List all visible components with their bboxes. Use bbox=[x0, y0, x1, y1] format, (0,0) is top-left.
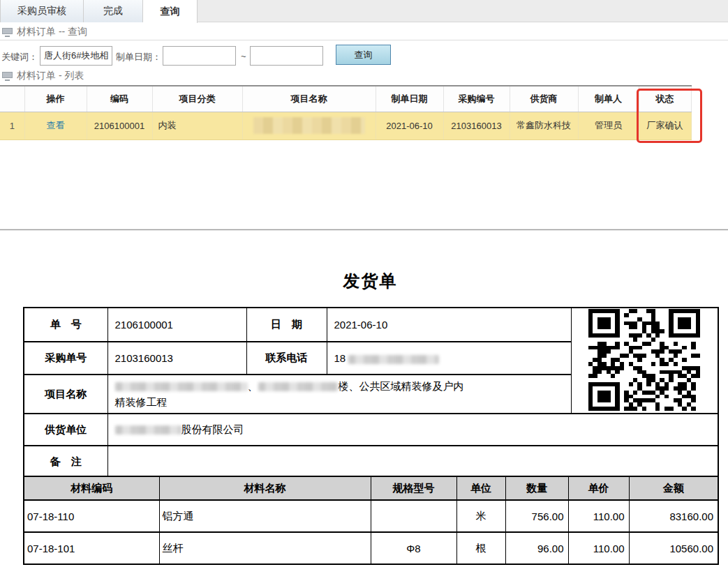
material-unit: 根 bbox=[456, 532, 505, 564]
mat-col-qty: 数量 bbox=[505, 476, 568, 500]
redacted-phone bbox=[348, 355, 439, 364]
supplier-visible-text: 股份有限公司 bbox=[181, 423, 244, 435]
redacted-project-part1 bbox=[115, 382, 248, 391]
purchase-no-cell: 2103160013 bbox=[443, 112, 510, 139]
qr-cell bbox=[571, 308, 718, 414]
material-spec bbox=[371, 500, 456, 532]
section-divider bbox=[0, 40, 728, 40]
tab-purchaser-review[interactable]: 采购员审核 bbox=[0, 0, 84, 22]
monitor-icon bbox=[2, 28, 13, 37]
project-value: 、楼、公共区域精装修及户内 精装修工程 bbox=[107, 375, 571, 414]
panel-divider bbox=[0, 229, 728, 231]
material-unit: 米 bbox=[456, 500, 505, 532]
creator-cell: 管理员 bbox=[578, 112, 639, 139]
material-name: 铝方通 bbox=[159, 500, 371, 532]
order-no-label: 单 号 bbox=[24, 308, 107, 342]
col-supplier: 供货商 bbox=[510, 86, 578, 112]
redacted-supplier-prefix bbox=[115, 425, 181, 434]
row-index: 1 bbox=[0, 112, 24, 139]
list-section-title: 材料订单 - 列表 bbox=[17, 70, 84, 82]
mat-col-unit: 单位 bbox=[456, 476, 505, 500]
qr-code bbox=[588, 309, 700, 411]
query-section-title: 材料订单 -- 查询 bbox=[17, 26, 87, 38]
mat-col-code: 材料编码 bbox=[24, 476, 159, 500]
phone-visible-prefix: 18 bbox=[334, 352, 346, 364]
delivery-note-header-table: 单 号 2106100001 日 期 2021-06-10 采购单号 21031… bbox=[23, 307, 719, 478]
col-order-date: 制单日期 bbox=[376, 86, 443, 112]
action-cell: 查看 bbox=[24, 112, 87, 139]
mat-col-name: 材料名称 bbox=[159, 476, 371, 500]
table-row: 1 查看 2106100001 内装 2021-06-10 2103160013… bbox=[0, 112, 691, 139]
date-label: 日 期 bbox=[246, 308, 327, 342]
material-code: 07-18-110 bbox=[24, 500, 159, 532]
mat-col-price: 单价 bbox=[568, 476, 629, 500]
remark-value bbox=[107, 446, 718, 478]
date-to-input[interactable] bbox=[250, 46, 323, 66]
redacted-project-part2 bbox=[258, 382, 339, 391]
date-from-input[interactable] bbox=[163, 46, 236, 66]
material-name: 丝杆 bbox=[159, 532, 371, 564]
col-code: 编码 bbox=[87, 86, 152, 112]
view-link[interactable]: 查看 bbox=[47, 120, 65, 130]
material-amount: 10560.00 bbox=[629, 532, 718, 564]
tab-complete[interactable]: 完成 bbox=[84, 0, 143, 22]
supplier-cell: 常鑫防水科技 bbox=[510, 112, 578, 139]
order-date-label: 制单日期： bbox=[116, 51, 161, 63]
material-price: 110.00 bbox=[568, 500, 629, 532]
project-label: 项目名称 bbox=[24, 375, 107, 414]
keyword-label: 关键词： bbox=[1, 51, 38, 63]
project-name-cell bbox=[242, 112, 376, 139]
material-amount: 83160.00 bbox=[629, 500, 718, 532]
material-qty: 756.00 bbox=[505, 500, 568, 532]
purchase-no-value: 2103160013 bbox=[107, 342, 246, 375]
project-visible-text: 公共区域精装修及户内 bbox=[359, 380, 464, 392]
monitor-icon bbox=[2, 72, 13, 81]
remark-label: 备 注 bbox=[24, 446, 107, 478]
orders-header-row: 操作 编码 项目分类 项目名称 制单日期 采购编号 供货商 制单人 状态 bbox=[0, 86, 691, 112]
material-row: 07-18-101 丝杆 Φ8 根 96.00 110.00 10560.00 bbox=[24, 532, 718, 564]
materials-table: 材料编码 材料名称 规格型号 单位 数量 单价 金额 07-18-110 铝方通… bbox=[23, 476, 719, 565]
delivery-note-title: 发货单 bbox=[23, 270, 718, 292]
list-section-header: 材料订单 - 列表 bbox=[2, 70, 84, 82]
phone-value: 18 bbox=[327, 342, 571, 375]
col-rownum bbox=[0, 86, 24, 112]
materials-header-row: 材料编码 材料名称 规格型号 单位 数量 单价 金额 bbox=[24, 476, 718, 500]
redacted-project-name bbox=[253, 117, 365, 134]
tab-query[interactable]: 查询 bbox=[143, 0, 198, 23]
material-spec: Φ8 bbox=[371, 532, 456, 564]
material-qty: 96.00 bbox=[505, 532, 568, 564]
order-no-value: 2106100001 bbox=[107, 308, 246, 342]
mat-col-spec: 规格型号 bbox=[371, 476, 456, 500]
mat-col-amount: 金额 bbox=[629, 476, 718, 500]
supplier-label: 供货单位 bbox=[24, 414, 107, 446]
material-code: 07-18-101 bbox=[24, 532, 159, 564]
col-project-name: 项目名称 bbox=[242, 86, 376, 112]
supplier-value: 股份有限公司 bbox=[107, 414, 718, 446]
app-window: 采购员审核 完成 查询 材料订单 -- 查询 关键词： 制单日期： ~ 查询 材… bbox=[0, 0, 728, 567]
code-cell: 2106100001 bbox=[87, 112, 152, 139]
material-row: 07-18-110 铝方通 米 756.00 110.00 83160.00 bbox=[24, 500, 718, 532]
order-date-cell: 2021-06-10 bbox=[376, 112, 443, 139]
project-line2: 精装修工程 bbox=[115, 396, 168, 408]
material-price: 110.00 bbox=[568, 532, 629, 564]
tab-bar: 采购员审核 完成 查询 bbox=[0, 0, 728, 22]
date-value: 2021-06-10 bbox=[327, 308, 571, 342]
status-annotation-box bbox=[637, 89, 702, 143]
keyword-input[interactable] bbox=[40, 46, 112, 66]
col-creator: 制单人 bbox=[578, 86, 639, 112]
col-purchase-no: 采购编号 bbox=[443, 86, 510, 112]
category-cell: 内装 bbox=[152, 112, 242, 139]
date-range-separator: ~ bbox=[241, 51, 246, 61]
col-category: 项目分类 bbox=[152, 86, 242, 112]
purchase-no-label: 采购单号 bbox=[24, 342, 107, 375]
col-action: 操作 bbox=[24, 86, 87, 112]
phone-label: 联系电话 bbox=[246, 342, 327, 375]
orders-table: 操作 编码 项目分类 项目名称 制单日期 采购编号 供货商 制单人 状态 1 查… bbox=[0, 85, 692, 140]
query-section-header: 材料订单 -- 查询 bbox=[2, 26, 87, 38]
search-button[interactable]: 查询 bbox=[336, 45, 391, 65]
